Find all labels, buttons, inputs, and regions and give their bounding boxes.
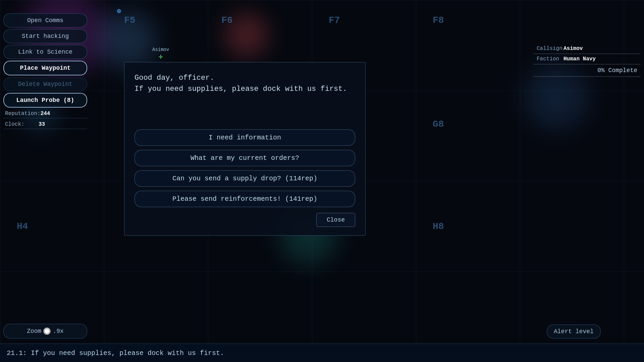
clock-row: Clock: 33 (3, 120, 87, 129)
dialog-line2: If you need supplies, please dock with u… (135, 85, 347, 93)
progress-text: 0% Complete (597, 67, 637, 74)
dialog-close-button[interactable]: Close (316, 213, 355, 227)
zoom-value: .9x (53, 328, 63, 335)
dialog-message: Good day, officer. If you need supplies,… (135, 72, 355, 95)
dialog-close-row: Close (135, 211, 355, 227)
grid-label-f6: F6 (221, 15, 233, 25)
alert-button-container: Alert level (547, 324, 641, 339)
waypoint-marker: ⊕ (117, 7, 121, 15)
grid-label-f7: F7 (329, 15, 340, 25)
clock-label: Clock: (5, 121, 39, 127)
bottom-bar: 21.1: If you need supplies, please dock … (0, 344, 644, 362)
grid-label-f8: F8 (433, 15, 444, 25)
link-to-science-button[interactable]: Link to Science (3, 45, 87, 59)
dialog-spacer (135, 99, 355, 125)
zoom-label: Zoom (27, 328, 41, 335)
dialog-line1: Good day, officer. (135, 74, 214, 82)
grid-label-g8: G8 (433, 119, 444, 129)
dialog-box: Good day, officer. If you need supplies,… (124, 62, 366, 236)
ship-icon: ✛ (152, 52, 169, 61)
reputation-label: Reputation: (5, 111, 41, 117)
open-comms-button[interactable]: Open Comms (3, 13, 87, 27)
grid-label-h8: H8 (433, 221, 444, 232)
ship-marker: Asimov ✛ (152, 47, 169, 61)
dialog-option-info[interactable]: I need information (135, 129, 355, 146)
reputation-value: 244 (41, 111, 50, 117)
grid-label-h4: H4 (17, 221, 28, 232)
bottom-message: 21.1: If you need supplies, please dock … (7, 349, 224, 357)
ship-label: Asimov (152, 47, 169, 52)
delete-waypoint-button[interactable]: Delete Waypoint (3, 77, 87, 91)
progress-row: 0% Complete (533, 64, 641, 77)
dialog-option-supply[interactable]: Can you send a supply drop? (114rep) (135, 170, 355, 187)
faction-row: Faction Human Navy (533, 54, 641, 64)
dialog-option-orders[interactable]: What are my current orders? (135, 150, 355, 166)
start-hacking-button[interactable]: Start hacking (3, 29, 87, 43)
callsign-row: Callsign Asimov (533, 44, 641, 54)
dialog-option-reinforce[interactable]: Please send reinforcements! (141rep) (135, 191, 355, 207)
grid-label-f5: F5 (124, 15, 136, 25)
place-waypoint-button[interactable]: Place Waypoint (3, 61, 87, 75)
right-panel: Callsign Asimov Faction Human Navy 0% Co… (533, 44, 641, 77)
clock-value: 33 (39, 121, 45, 127)
alert-button[interactable]: Alert level (547, 324, 601, 339)
callsign-label: Callsign (537, 46, 564, 52)
faction-value: Human Navy (564, 56, 596, 62)
zoom-key-indicator (43, 327, 51, 335)
left-panel: Open Comms Start hacking Link to Science… (3, 13, 87, 129)
zoom-button[interactable]: Zoom .9x (3, 324, 87, 339)
faction-label: Faction (537, 56, 564, 62)
zoom-control-container: Zoom .9x (3, 324, 87, 339)
launch-probe-button[interactable]: Launch Probe (8) (3, 93, 87, 108)
callsign-value: Asimov (564, 46, 583, 52)
reputation-row: Reputation: 244 (3, 109, 87, 118)
